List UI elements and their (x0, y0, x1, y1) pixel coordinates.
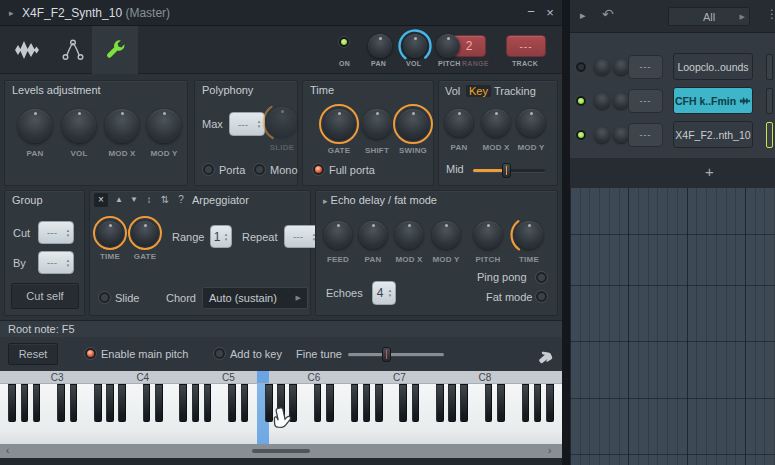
piano-black-key[interactable] (351, 384, 359, 422)
piano-black-key[interactable] (265, 384, 273, 422)
piano-black-key[interactable] (143, 384, 151, 422)
channel-button[interactable]: Loopclo..ounds (673, 53, 753, 80)
piano-black-key[interactable] (546, 384, 554, 422)
channel-pan-knob[interactable] (594, 127, 610, 143)
channel-enable-led[interactable] (338, 36, 350, 48)
piano-black-key[interactable] (460, 384, 468, 422)
chord-dropdown[interactable]: Auto (sustain) ▶ (202, 287, 308, 309)
piano-black-key[interactable] (179, 384, 187, 422)
piano-black-key[interactable] (241, 384, 249, 422)
piano-black-key[interactable] (70, 384, 78, 422)
levels-pan-knob[interactable] (18, 109, 52, 143)
piano-black-key[interactable] (289, 384, 297, 422)
enable-main-pitch-radio[interactable] (84, 347, 97, 360)
arp-updown-icon[interactable]: ↕ (142, 193, 156, 207)
tab-envelope[interactable] (50, 26, 96, 74)
channel-led[interactable] (575, 95, 587, 107)
header-vol-knob[interactable] (403, 34, 427, 58)
piano-black-key[interactable] (118, 384, 126, 422)
header-pitch-knob[interactable] (436, 34, 460, 58)
piano-black-key[interactable] (485, 384, 493, 422)
tab-misc-functions[interactable] (92, 26, 138, 74)
piano-black-key[interactable] (94, 384, 102, 422)
piano-black-key[interactable] (436, 384, 444, 422)
channel-led[interactable] (575, 129, 587, 141)
tracking-tab-tracking[interactable]: Tracking (494, 85, 536, 97)
levels-mody-knob[interactable] (147, 109, 181, 143)
piano-black-key[interactable] (277, 384, 285, 422)
playlist-grid[interactable] (570, 188, 775, 465)
piano-black-key[interactable] (522, 384, 530, 422)
rack-play-icon[interactable]: ▸ (580, 9, 586, 22)
slide-time-knob[interactable] (267, 107, 297, 137)
arp-down-icon[interactable]: ▼ (127, 193, 141, 207)
piano-black-key[interactable] (412, 384, 420, 422)
arp-slide-radio[interactable] (98, 291, 111, 304)
channel-button-selected[interactable]: CFH k..Fmin (673, 87, 753, 114)
fat-mode-radio[interactable] (535, 290, 548, 303)
piano-black-key[interactable] (106, 384, 114, 422)
tracking-mody-knob[interactable] (517, 109, 545, 137)
scroll-right-icon[interactable]: › (548, 445, 551, 456)
piano-black-key[interactable] (326, 384, 334, 422)
keyboard[interactable] (0, 384, 562, 444)
time-swing-knob[interactable] (398, 109, 428, 139)
mid-slider[interactable] (473, 169, 545, 172)
channel-pan-knob[interactable] (594, 93, 610, 109)
rack-menu-icon[interactable]: ⋮ (766, 7, 775, 21)
max-poly-stepper[interactable]: --- ▴▾ (229, 112, 265, 136)
keyboard-scrollbar[interactable]: ‹ › (0, 444, 562, 458)
arp-sticky-icon[interactable]: ⇅ (158, 193, 172, 207)
rack-undo-icon[interactable]: ↶ (602, 6, 614, 22)
cut-stepper[interactable]: --- ▴▾ (38, 221, 74, 244)
close-button[interactable]: × (542, 5, 558, 20)
piano-black-key[interactable] (192, 384, 200, 422)
piano-black-key[interactable] (363, 384, 371, 422)
echo-mody-knob[interactable] (432, 221, 460, 249)
arp-random-icon[interactable]: ? (174, 193, 188, 207)
levels-vol-knob[interactable] (62, 109, 96, 143)
piano-black-key[interactable] (375, 384, 383, 422)
porta-radio[interactable] (202, 163, 215, 176)
arp-up-icon[interactable]: ▲ (112, 193, 126, 207)
channel-target-display[interactable]: --- (628, 89, 663, 113)
add-to-key-radio[interactable] (213, 347, 226, 360)
tracking-modx-knob[interactable] (482, 109, 510, 137)
channel-vol-knob[interactable] (613, 59, 629, 75)
arp-time-knob[interactable] (98, 221, 122, 245)
channel-button[interactable]: X4F_F2..nth_10 (673, 121, 753, 148)
add-channel-button[interactable]: + (705, 163, 714, 180)
channel-indicator[interactable] (766, 88, 773, 114)
channel-target-display[interactable]: --- (628, 55, 663, 79)
echo-modx-knob[interactable] (395, 221, 423, 249)
tab-sample[interactable] (4, 26, 50, 74)
reset-button[interactable]: Reset (8, 343, 58, 365)
piano-black-key[interactable] (448, 384, 456, 422)
tracking-tab-vol[interactable]: Vol (445, 85, 460, 97)
piano-black-key[interactable] (497, 384, 505, 422)
piano-black-key[interactable] (204, 384, 212, 422)
piano-black-key[interactable] (8, 384, 16, 422)
track-display[interactable]: --- (506, 35, 546, 57)
minimize-button[interactable]: − (523, 4, 539, 19)
full-porta-radio[interactable] (312, 163, 325, 176)
time-shift-knob[interactable] (362, 109, 392, 139)
scroll-left-icon[interactable]: ‹ (6, 445, 9, 456)
rack-filter-dropdown[interactable]: All ▶ (668, 7, 750, 26)
tracking-pan-knob[interactable] (445, 109, 473, 137)
echo-pan-knob[interactable] (359, 221, 387, 249)
tracking-tab-key[interactable]: Key (466, 85, 491, 97)
channel-vol-knob[interactable] (613, 93, 629, 109)
channel-pan-knob[interactable] (594, 59, 610, 75)
header-pan-knob[interactable] (368, 34, 392, 58)
arp-off-icon[interactable]: × (94, 193, 108, 207)
channel-vol-knob[interactable] (613, 127, 629, 143)
piano-black-key[interactable] (155, 384, 163, 422)
echo-pitch-knob[interactable] (474, 221, 502, 249)
piano-black-key[interactable] (399, 384, 407, 422)
fine-tune-handle[interactable] (382, 347, 391, 362)
arp-range-stepper[interactable]: 1 ▴▾ (210, 225, 232, 248)
mono-radio[interactable] (253, 163, 266, 176)
piano-black-key[interactable] (314, 384, 322, 422)
channel-led[interactable] (575, 61, 587, 73)
